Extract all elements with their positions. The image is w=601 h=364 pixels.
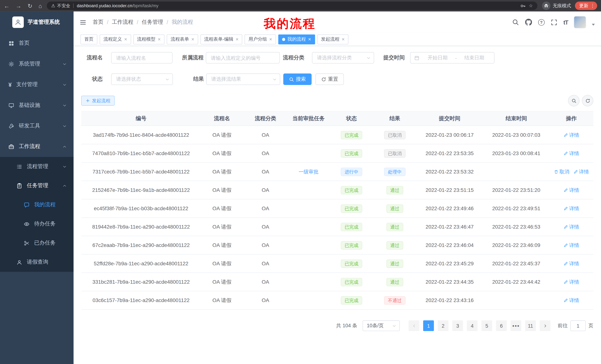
detail-link[interactable]: 详情 [563,297,579,304]
refresh-table-button[interactable] [582,95,593,106]
tag-tab-process-form-edit[interactable]: 流程表单-编辑 × [200,34,242,44]
sidebar-item-label: 流程管理 [27,163,58,170]
detail-link[interactable]: 详情 [563,242,579,249]
sidebar-item-process-management[interactable]: 流程管理 [0,157,74,176]
status-select[interactable]: 请选择状态 [111,74,173,85]
tag-tab-home[interactable]: 首页 [80,34,97,44]
home-icon[interactable]: ⌂ [39,3,42,9]
detail-link[interactable]: 详情 [563,205,579,212]
bookmark-star-icon[interactable]: ☆ [529,3,533,9]
sidebar-item-payment[interactable]: ¥ 支付管理 [0,74,74,95]
tag-tab-user-group[interactable]: 用户分组 × [245,34,276,44]
close-icon[interactable]: × [342,37,345,42]
github-icon[interactable] [525,19,532,26]
address-bar[interactable]: ⚠ 不安全 dashboard.yudao.iocoder.cn/bpm/tas… [47,1,537,10]
avatar[interactable] [574,17,586,28]
detail-label: 详情 [569,150,579,157]
browser-menu-icon[interactable]: ⋮ [590,3,595,9]
sidebar-item-infrastructure[interactable]: 基础设施 [0,95,74,115]
current-task-link[interactable]: 一级审批 [299,168,319,175]
tab-label: 流程表单 [171,36,189,42]
toggle-search-button[interactable] [568,95,580,106]
detail-link[interactable]: 详情 [563,278,579,285]
page-button-last[interactable]: 11 [525,320,536,331]
yen-icon: ¥ [8,81,11,88]
sidebar-collapse-icon[interactable] [80,19,86,25]
reset-button[interactable]: 重置 [316,74,344,85]
close-icon[interactable]: × [158,37,161,42]
breadcrumb-home[interactable]: 首页 [93,19,103,26]
back-icon[interactable]: ← [4,3,10,9]
sidebar-item-workflow[interactable]: 工作流程 [0,136,74,157]
workflow-submenu: 流程管理 任务管理 我的流程 待办任务 已办 [0,157,74,272]
chevron-down-icon[interactable] [592,24,595,25]
search-button[interactable]: 搜索 [283,74,312,85]
detail-link[interactable]: 详情 [563,260,579,267]
detail-link[interactable]: 详情 [573,168,589,175]
sidebar-item-devtools[interactable]: 研发工具 [0,115,74,136]
close-icon[interactable]: × [191,37,194,42]
security-chip[interactable]: ⚠ 不安全 [51,3,70,9]
tag-tab-process-model[interactable]: 流程模型 × [133,34,164,44]
detail-label: 详情 [569,205,579,212]
result-select[interactable]: 请选择流结果 [206,74,280,85]
reload-icon[interactable]: ↻ [28,3,32,9]
sidebar-item-done-tasks[interactable]: 已办任务 [0,233,74,252]
cell-status: 已完成 [329,273,374,291]
app-title: 芋道管理系统 [28,19,60,26]
breadcrumb-workflow[interactable]: 工作流程 [112,19,133,26]
cell-id: 67c2eaab-7b9a-11ec-a290-acde48001122 [81,236,201,254]
prev-page-button[interactable] [409,320,419,331]
cell-result: 通过 [374,218,416,236]
detail-link[interactable]: 详情 [563,187,579,193]
start-process-button[interactable]: 发起流程 [81,96,115,106]
close-icon[interactable]: × [236,37,239,42]
sidebar-item-task-management[interactable]: 任务管理 [0,176,74,195]
search-icon[interactable] [512,19,519,26]
detail-link[interactable]: 详情 [563,223,579,230]
date-range-picker[interactable]: 开始日期 - 结束日期 [410,52,494,64]
page-button-6[interactable]: 6 [496,320,507,331]
category-select[interactable]: 请选择流程分类 [312,52,374,64]
forward-icon[interactable]: → [16,3,21,9]
cancel-link[interactable]: 取消 [554,168,570,175]
page-button-3[interactable]: 3 [452,320,463,331]
cell-result: 不通过 [374,291,416,309]
help-icon[interactable]: ? [538,19,545,25]
active-dot [282,38,285,41]
close-icon[interactable]: × [269,37,272,42]
process-name-input[interactable] [111,52,172,64]
more-pages-button[interactable]: ●●● [511,320,521,331]
tag-tab-my-process[interactable]: 我的流程 × [278,34,315,44]
app-logo[interactable]: 芋道管理系统 [0,11,74,33]
page-button-1[interactable]: 1 [423,320,434,331]
sidebar-item-home[interactable]: 首页 [0,33,74,53]
sidebar-item-system[interactable]: 系统管理 [0,54,74,74]
password-key-icon[interactable] [520,3,526,9]
detail-link[interactable]: 详情 [563,132,579,138]
sidebar-item-todo-tasks[interactable]: 待办任务 [0,214,74,233]
page-button-2[interactable]: 2 [438,320,449,331]
close-icon[interactable]: × [124,37,127,42]
next-page-button[interactable] [540,320,551,331]
tag-tab-process-form[interactable]: 流程表单 × [167,34,198,44]
tag-tab-process-definition[interactable]: 流程定义 × [100,34,131,44]
owning-process-input[interactable] [206,52,280,64]
sidebar-item-leave-query[interactable]: 请假查询 [0,253,74,272]
page-button-4[interactable]: 4 [467,320,478,331]
fullscreen-icon[interactable] [551,19,557,25]
cell-status: 已完成 [329,236,374,254]
detail-link[interactable]: 详情 [563,150,579,157]
close-icon[interactable]: × [308,37,311,42]
page-size-select[interactable]: 10条/页 [362,320,400,331]
update-button[interactable]: 更新 ⋮ [575,1,597,10]
goto-page-input[interactable] [570,320,586,331]
sidebar-item-my-process[interactable]: 我的流程 [0,195,74,214]
breadcrumb-task-management[interactable]: 任务管理 [142,19,163,26]
page-button-5[interactable]: 5 [481,320,492,331]
table-row: 2152467e-7b9b-11ec-9a1b-acde48001122 OA … [81,181,593,199]
cell-actions: 详情 [549,144,593,163]
font-size-icon[interactable]: tT [563,19,568,25]
tag-tab-start-process[interactable]: 发起流程 × [317,34,348,44]
cancel-label: 取消 [559,168,570,175]
